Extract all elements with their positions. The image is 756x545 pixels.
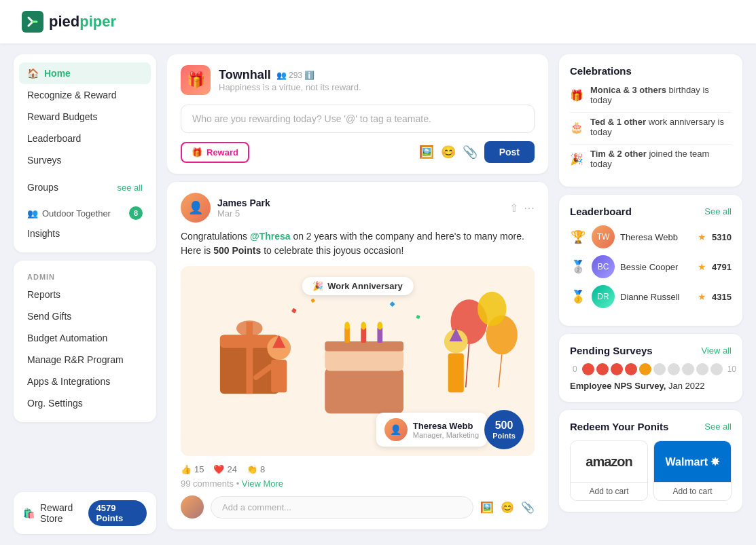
celebration-item-joined: 🎉 Tim & 2 other joined the team today — [570, 149, 732, 169]
post-card: 👤 James Park Mar 5 ⇧ ⋯ Congratulations @… — [167, 182, 548, 529]
logo-icon — [22, 11, 43, 33]
right-panel: Celebrations 🎁 Monica & 3 others birthda… — [559, 54, 742, 534]
view-more-link[interactable]: View More — [242, 478, 283, 489]
comment-input[interactable]: Add a comment... — [211, 496, 473, 519]
svg-point-13 — [377, 322, 382, 330]
logo: piedpiper — [22, 11, 116, 33]
svg-rect-7 — [325, 341, 403, 351]
lb-avatar-2: BC — [592, 255, 615, 278]
comment-emoji-icon[interactable]: 😊 — [501, 501, 514, 514]
recipient-avatar: 👤 — [384, 418, 408, 441]
leaderboard-card: Leaderboard See all 🏆 TW Theresa Webb ★ … — [559, 195, 742, 326]
townhall-title: Townhall — [219, 68, 271, 82]
progress-bar: 0 10 — [570, 363, 732, 375]
more-icon[interactable]: ⋯ — [524, 202, 535, 214]
reward-store-bar[interactable]: 🛍️ Reward Store 4579 Points — [14, 492, 156, 534]
sidebar-item-leaderboard[interactable]: Leaderboard — [19, 128, 151, 149]
sidebar-group-outdoor[interactable]: 👥 Outdoor Together 8 — [19, 204, 151, 223]
redeem-amazon: amazon Add to cart — [570, 440, 648, 501]
share-icon[interactable]: ⇧ — [509, 202, 518, 214]
lb-score-3: 4315 — [712, 292, 732, 302]
lb-avatar-3: DR — [592, 285, 615, 308]
svg-rect-24 — [448, 353, 464, 392]
sidebar-item-groups[interactable]: Groups — [27, 176, 58, 198]
sidebar-item-reports[interactable]: Reports — [19, 284, 151, 305]
redeem-grid: amazon Add to cart Walmart ✸ Add to cart — [570, 440, 732, 501]
redeem-see-all[interactable]: See all — [704, 421, 732, 432]
post-author-name: James Park — [217, 198, 270, 208]
lb-name-2: Bessie Cooper — [620, 262, 692, 272]
reaction-heart[interactable]: ❤️ 24 — [213, 464, 236, 474]
top-bar: piedpiper — [0, 0, 756, 43]
post-image: 🎉 Work Anniversary — [181, 266, 535, 456]
progress-dot-5 — [653, 363, 666, 375]
wa-badge: 🎉 Work Anniversary — [302, 277, 414, 295]
amazon-add-to-cart[interactable]: Add to cart — [571, 482, 647, 500]
lb-row-3: 🥇 DR Dianne Russell ★ 4315 — [570, 285, 732, 308]
image-icon-btn[interactable]: 🖼️ — [419, 145, 434, 159]
comment-attach-icon[interactable]: 📎 — [521, 501, 535, 514]
sidebar-item-apps[interactable]: Apps & Integrations — [19, 371, 151, 392]
svg-rect-6 — [325, 348, 403, 371]
lb-rank-1: 🏆 — [570, 229, 586, 244]
progress-start: 0 — [573, 364, 577, 374]
post-mention[interactable]: @Thresa — [250, 231, 291, 242]
lb-name-3: Dianne Russell — [620, 292, 692, 302]
townhall-card: 🎁 Townhall 👥 293 ℹ️ Happiness is a virtu… — [167, 54, 548, 174]
sep2 — [570, 144, 732, 145]
group-badge: 8 — [129, 206, 143, 220]
sidebar-item-budget-automation[interactable]: Budget Automation — [19, 327, 151, 349]
svg-point-12 — [361, 322, 366, 330]
lb-score-2: 4791 — [712, 262, 732, 272]
svg-point-4 — [236, 320, 263, 336]
walmart-add-to-cart[interactable]: Add to cart — [654, 482, 731, 500]
sidebar-item-manage-rnr[interactable]: Manage R&R Program — [19, 349, 151, 371]
redeem-walmart: Walmart ✸ Add to cart — [653, 440, 732, 501]
survey-name: Employee NPS Survey, Jan 2022 — [570, 381, 732, 391]
redeem-card: Redeem Your Ponits See all amazon Add to… — [559, 410, 742, 512]
anniversary-icon: 🎂 — [570, 121, 583, 134]
sidebar-item-org-settings[interactable]: Org. Settings — [19, 392, 151, 414]
sidebar-item-insights[interactable]: Insights — [19, 223, 151, 244]
survey-view-all[interactable]: View all — [701, 345, 732, 356]
sidebar-item-send-gifts[interactable]: Send Gifts — [19, 305, 151, 327]
progress-dot-4 — [639, 363, 651, 375]
recipient-role: Manager, Marketing — [413, 431, 479, 439]
post-button[interactable]: Post — [484, 141, 535, 163]
svg-point-11 — [344, 322, 350, 330]
lb-rank-3: 🥇 — [570, 289, 586, 304]
redeem-header: Redeem Your Ponits See all — [570, 421, 732, 432]
progress-dot-2 — [611, 363, 623, 375]
sidebar-groups-see-all[interactable]: see all — [117, 183, 143, 193]
celebrations-title: Celebrations — [570, 65, 732, 77]
sidebar-item-recognize[interactable]: Recognize & Reward — [19, 84, 151, 106]
progress-end: 10 — [727, 364, 736, 374]
birthday-icon: 🎁 — [570, 89, 583, 102]
sidebar-item-home[interactable]: 🏠 Home — [19, 62, 151, 84]
center-feed: 🎁 Townhall 👥 293 ℹ️ Happiness is a virtu… — [167, 54, 548, 534]
reward-button[interactable]: 🎁 Reward — [181, 142, 249, 163]
townhall-icon: 🎁 — [181, 65, 211, 95]
sidebar-groups-row: Groups see all — [19, 171, 151, 204]
compose-placeholder[interactable]: Who are you rewarding today? Use '@' to … — [181, 105, 535, 133]
sidebar-item-surveys[interactable]: Surveys — [19, 149, 151, 171]
post-points: 500 Points — [213, 245, 261, 256]
emoji-icon-btn[interactable]: 😊 — [441, 145, 456, 159]
progress-dot-3 — [625, 363, 637, 375]
survey-title: Pending Surveys — [570, 345, 653, 356]
sep1 — [570, 112, 732, 113]
comment-image-icon[interactable]: 🖼️ — [480, 501, 494, 514]
comments-meta: 99 comments • View More — [181, 478, 535, 489]
commenter-avatar — [181, 495, 204, 519]
svg-point-16 — [478, 292, 506, 326]
leaderboard-see-all[interactable]: See all — [704, 206, 732, 217]
post-body: Congratulations @Thresa on 2 years with … — [181, 229, 535, 258]
sidebar-item-budgets[interactable]: Reward Budgets — [19, 106, 151, 128]
reaction-clap[interactable]: 👏 8 — [247, 464, 265, 474]
star-icon-2: ★ — [698, 261, 706, 272]
townhall-member-count: 👥 293 ℹ️ — [276, 71, 315, 80]
attach-icon-btn[interactable]: 📎 — [463, 145, 478, 159]
progress-dot-7 — [682, 363, 694, 375]
joined-icon: 🎉 — [570, 153, 583, 166]
reaction-thumbs-up[interactable]: 👍 15 — [181, 464, 204, 474]
